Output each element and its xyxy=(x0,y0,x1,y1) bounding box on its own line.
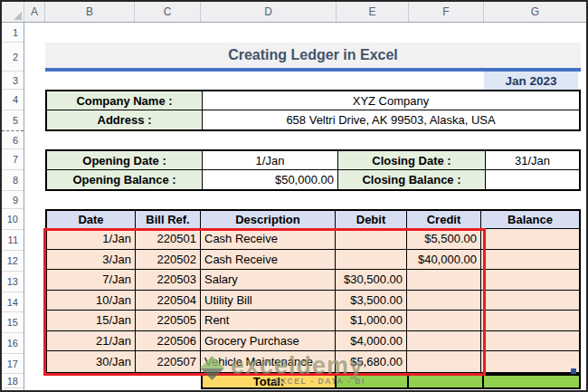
ledger-cell-credit[interactable] xyxy=(407,270,481,291)
row-header-2[interactable]: 2 xyxy=(2,43,24,72)
ledger-cell-balance[interactable] xyxy=(481,331,579,352)
company-info-table: Company Name : XYZ Company Address : 658… xyxy=(45,90,581,131)
ledger-cell-date[interactable]: 21/Jan xyxy=(47,331,136,352)
select-all-corner[interactable] xyxy=(2,2,24,22)
row-header-17[interactable]: 17 xyxy=(2,354,24,374)
ledger-cell-date[interactable]: 1/Jan xyxy=(47,229,136,250)
ledger-cell-balance[interactable] xyxy=(481,250,579,271)
total-balance-cell[interactable] xyxy=(484,374,581,389)
row-header-1[interactable]: 1 xyxy=(2,23,24,43)
row-header-bar: 1 2 3 4 5 6 7 8 9 10 11 12 13 14 15 16 1… xyxy=(2,23,24,390)
ledger-cell-debit[interactable]: $3,500.00 xyxy=(336,291,407,311)
column-header-f[interactable]: F xyxy=(409,2,484,22)
column-header-g[interactable]: G xyxy=(484,2,586,22)
sheet-title[interactable]: Creating Ledger in Excel xyxy=(45,43,581,72)
ledger-header-date[interactable]: Date xyxy=(47,211,136,229)
ledger-cell-credit[interactable] xyxy=(407,351,481,372)
ledger-cell-bill-ref[interactable]: 220505 xyxy=(136,311,201,331)
ledger-cell-description[interactable]: Cash Receive xyxy=(201,250,336,271)
excel-worksheet: A B C D E F G 1 2 3 4 5 6 7 8 9 10 11 12… xyxy=(0,0,588,392)
ledger-cell-debit[interactable] xyxy=(336,250,407,271)
ledger-cell-bill-ref[interactable]: 220503 xyxy=(136,270,201,291)
row-header-4[interactable]: 4 xyxy=(2,90,24,110)
ledger-header-balance[interactable]: Balance xyxy=(481,211,579,229)
ledger-table: Date Bill Ref. Description Debit Credit … xyxy=(45,209,581,374)
ledger-cell-description[interactable]: Salary xyxy=(201,270,336,291)
opening-balance-value-cell[interactable]: $50,000.00 xyxy=(203,170,338,189)
company-name-value-cell[interactable]: XYZ Company xyxy=(203,91,579,110)
column-header-d[interactable]: D xyxy=(201,2,337,22)
ledger-cell-balance[interactable] xyxy=(481,270,579,291)
ledger-cell-credit[interactable] xyxy=(407,331,481,352)
sheet-body: Creating Ledger in Excel Jan 2023 Compan… xyxy=(24,23,586,390)
closing-balance-label-cell[interactable]: Closing Balance : xyxy=(338,170,486,189)
address-label-cell[interactable]: Address : xyxy=(47,110,203,129)
ledger-cell-debit[interactable]: $4,000.00 xyxy=(336,331,407,352)
opening-balance-label-cell[interactable]: Opening Balance : xyxy=(47,170,203,189)
ledger-cell-debit[interactable]: $1,000.00 xyxy=(336,311,407,331)
row-header-18[interactable]: 18 xyxy=(2,374,24,388)
row-header-9[interactable]: 9 xyxy=(2,191,24,209)
ledger-cell-bill-ref[interactable]: 220507 xyxy=(136,351,201,372)
opening-date-value-cell[interactable]: 1/Jan xyxy=(203,151,338,170)
ledger-cell-credit[interactable] xyxy=(407,311,481,331)
ledger-cell-date[interactable]: 15/Jan xyxy=(47,311,136,331)
ledger-cell-bill-ref[interactable]: 220501 xyxy=(136,229,201,250)
row-header-16[interactable]: 16 xyxy=(2,333,24,354)
ledger-header-description[interactable]: Description xyxy=(201,211,336,229)
ledger-cell-description[interactable]: Rent xyxy=(201,311,336,331)
cell-corner-marker xyxy=(571,368,576,374)
ledger-header-debit[interactable]: Debit xyxy=(336,211,407,229)
row-header-8[interactable]: 8 xyxy=(2,170,24,191)
ledger-cell-balance[interactable] xyxy=(481,291,579,311)
column-header-c[interactable]: C xyxy=(135,2,201,22)
ledger-cell-credit[interactable]: $40,000.00 xyxy=(407,250,481,271)
ledger-cell-balance[interactable] xyxy=(481,351,579,372)
ledger-header-bill-ref[interactable]: Bill Ref. xyxy=(136,211,201,229)
ledger-cell-description[interactable]: Grocery Purchase xyxy=(201,331,336,352)
closing-date-label-cell[interactable]: Closing Date : xyxy=(338,151,486,170)
ledger-header-credit[interactable]: Credit xyxy=(407,211,481,229)
row-header-14[interactable]: 14 xyxy=(2,292,24,312)
row-header-15[interactable]: 15 xyxy=(2,312,24,333)
row-header-3[interactable]: 3 xyxy=(2,72,24,90)
column-header-a[interactable]: A xyxy=(24,2,45,22)
column-header-e[interactable]: E xyxy=(337,2,409,22)
total-credit-cell[interactable] xyxy=(409,374,484,389)
row-header-10[interactable]: 10 xyxy=(2,209,24,230)
ledger-cell-balance[interactable] xyxy=(481,311,579,331)
row-header-7[interactable]: 7 xyxy=(2,149,24,170)
ledger-cell-bill-ref[interactable]: 220506 xyxy=(136,331,201,352)
total-row: Total: xyxy=(201,374,581,389)
ledger-cell-credit[interactable]: $5,500.00 xyxy=(407,229,481,250)
ledger-cell-debit[interactable] xyxy=(336,229,407,250)
ledger-cell-date[interactable]: 30/Jan xyxy=(47,351,136,372)
closing-balance-value-cell[interactable] xyxy=(486,170,579,189)
total-debit-cell[interactable] xyxy=(337,374,409,389)
period-month-cell[interactable]: Jan 2023 xyxy=(484,72,578,90)
closing-date-value-cell[interactable]: 31/Jan xyxy=(486,151,579,170)
row-header-12[interactable]: 12 xyxy=(2,251,24,272)
column-header-bar: A B C D E F G xyxy=(2,2,586,23)
ledger-cell-bill-ref[interactable]: 220502 xyxy=(136,250,201,271)
ledger-cell-date[interactable]: 10/Jan xyxy=(47,291,136,311)
row-header-5[interactable]: 5 xyxy=(2,110,24,131)
company-name-label-cell[interactable]: Company Name : xyxy=(47,91,203,110)
row-header-6[interactable]: 6 xyxy=(2,131,24,149)
ledger-cell-date[interactable]: 7/Jan xyxy=(47,270,136,291)
ledger-cell-debit[interactable]: $30,500.00 xyxy=(336,270,407,291)
ledger-cell-description[interactable]: Utility Bill xyxy=(201,291,336,311)
address-value-cell[interactable]: 658 Veltri Drive, AK 99503, Alaska, USA xyxy=(203,110,579,129)
column-header-b[interactable]: B xyxy=(45,2,135,22)
total-label-cell[interactable]: Total: xyxy=(201,374,337,389)
ledger-cell-balance[interactable] xyxy=(481,229,579,250)
ledger-cell-date[interactable]: 3/Jan xyxy=(47,250,136,271)
ledger-cell-description[interactable]: Vehicle Maintenance xyxy=(201,351,336,372)
opening-date-label-cell[interactable]: Opening Date : xyxy=(47,151,203,170)
ledger-cell-description[interactable]: Cash Receive xyxy=(201,229,336,250)
ledger-cell-credit[interactable] xyxy=(407,291,481,311)
row-header-11[interactable]: 11 xyxy=(2,230,24,251)
ledger-cell-bill-ref[interactable]: 220504 xyxy=(136,291,201,311)
ledger-cell-debit[interactable]: $5,680.00 xyxy=(336,351,407,372)
row-header-13[interactable]: 13 xyxy=(2,272,24,292)
